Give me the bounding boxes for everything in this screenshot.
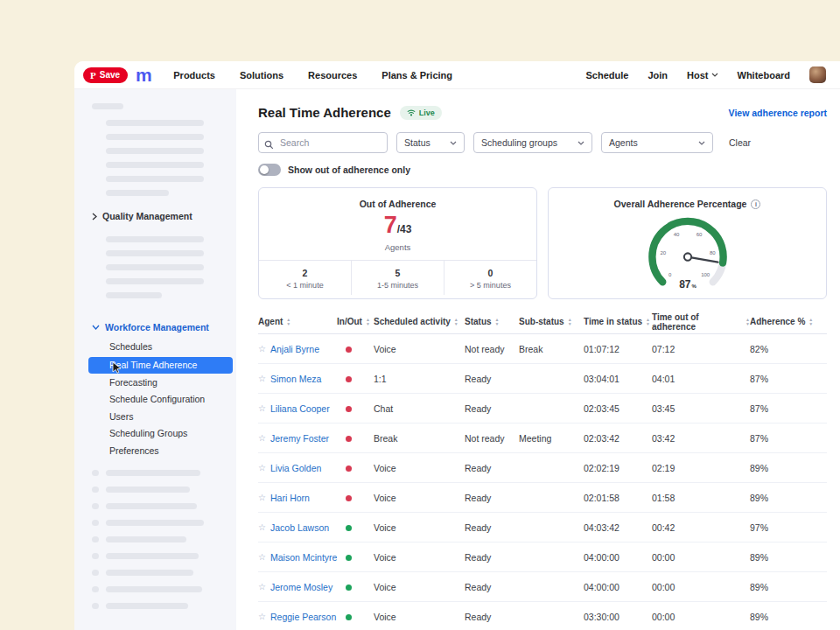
search-input[interactable] (258, 132, 388, 153)
gauge-tick: 80 (709, 250, 715, 256)
main-content: Real Time Adherence Live View adherence … (236, 89, 840, 630)
agent-link[interactable]: Reggie Pearson (270, 612, 336, 622)
column-header-time-out-of-adherence[interactable]: Time out of adherence▲▼ (652, 312, 750, 332)
adherence-cell: 89% (750, 493, 827, 503)
time-in-status-cell: 04:00:00 (584, 552, 652, 563)
nav-products[interactable]: Products (173, 70, 215, 80)
gauge-tick: 0 (668, 272, 672, 277)
star-icon[interactable]: ☆ (258, 344, 266, 354)
sidebar-item-forecasting[interactable]: Forecasting (74, 374, 236, 392)
adherence-gauge: 0 20 40 60 80 100 87% (619, 210, 757, 294)
in-out-status-dot (346, 466, 352, 472)
chevron-down-icon (578, 141, 584, 145)
agents-dropdown[interactable]: Agents (601, 132, 713, 153)
sub-status-cell: Break (519, 344, 584, 354)
agent-link[interactable]: Anjali Byrne (270, 344, 319, 354)
agent-link[interactable]: Jeremy Foster (270, 433, 329, 444)
star-icon[interactable]: ☆ (258, 433, 266, 443)
column-header-scheduled-activity[interactable]: Scheduled activity▲▼ (374, 317, 465, 326)
nav-whiteboard[interactable]: Whiteboard (738, 70, 791, 80)
sidebar-item-workforce-management[interactable]: Workforce Management (74, 319, 236, 335)
nav-schedule[interactable]: Schedule (586, 70, 629, 80)
column-label: Sub-status (519, 317, 564, 326)
sidebar-item-scheduling-groups[interactable]: Scheduling Groups (74, 425, 236, 443)
secondary-nav: Schedule Join Host Whiteboard (586, 66, 826, 83)
app-window: P Save m Products Solutions Resources Pl… (74, 61, 840, 630)
skeleton-bar (106, 148, 204, 154)
sidebar-item-users[interactable]: Users (74, 409, 236, 426)
sidebar-item-schedule-configuration[interactable]: Schedule Configuration (74, 391, 236, 409)
table-row[interactable]: ☆ Liliana Cooper Chat Ready 02:03:45 03:… (258, 394, 827, 424)
agent-link[interactable]: Jerome Mosley (270, 582, 332, 592)
table-row[interactable]: ☆ Jeremy Foster Break Not ready Meeting … (258, 424, 827, 453)
sidebar-item-label: Workforce Management (105, 322, 209, 332)
column-header-in-out[interactable]: In/Out▲▼ (337, 317, 374, 326)
star-icon[interactable]: ☆ (258, 612, 266, 621)
table-row[interactable]: ☆ Livia Golden Voice Ready 02:02:19 02:1… (258, 453, 827, 483)
column-header-time-in-status[interactable]: Time in status▲▼ (584, 317, 652, 326)
scheduling-groups-dropdown[interactable]: Scheduling groups (473, 132, 592, 153)
overall-adherence-card: Overall Adherence Percentage i 0 20 40 6… (548, 187, 827, 299)
skeleton-bar (106, 536, 186, 542)
chevron-down-icon (92, 325, 100, 330)
pinterest-save-label: Save (100, 70, 120, 80)
table-row[interactable]: ☆ Hari Horn Voice Ready 02:01:58 01:58 8… (258, 483, 827, 513)
sidebar-item-real-time-adherence[interactable]: Real Time Adherence (88, 357, 233, 374)
star-icon[interactable]: ☆ (258, 463, 266, 472)
column-header-adherence[interactable]: Adherence %▲▼ (750, 317, 827, 326)
user-avatar[interactable] (809, 66, 826, 83)
time-out-of-adherence-cell: 00:00 (652, 582, 750, 592)
brand-logo[interactable]: m (136, 66, 150, 84)
out-of-adherence-card: Out of Adherence 7/43 Agents 2 < 1 minut… (258, 187, 537, 299)
mouse-cursor (112, 361, 122, 374)
sidebar: Quality Management Workforce Management … (74, 89, 236, 630)
status-dropdown[interactable]: Status (396, 132, 465, 153)
nav-join[interactable]: Join (648, 70, 668, 80)
table-row[interactable]: ☆ Reggie Pearson Voice Ready 03:30:00 00… (258, 602, 827, 630)
scheduled-activity-cell: Voice (374, 463, 465, 473)
status-cell: Ready (465, 612, 519, 622)
nav-solutions[interactable]: Solutions (240, 70, 284, 80)
table-row[interactable]: ☆ Anjali Byrne Voice Not ready Break 01:… (258, 334, 827, 364)
column-header-agent[interactable]: Agent▲▼ (258, 317, 337, 326)
column-header-status[interactable]: Status▲▼ (465, 317, 519, 326)
table-row[interactable]: ☆ Simon Meza 1:1 Ready 03:04:01 04:01 87… (258, 364, 827, 394)
star-icon[interactable]: ☆ (258, 552, 266, 562)
table-row[interactable]: ☆ Jacob Lawson Voice Ready 04:03:42 00:4… (258, 513, 827, 542)
sidebar-item-schedules[interactable]: Schedules (74, 339, 236, 356)
agent-link[interactable]: Hari Horn (270, 493, 310, 503)
skeleton-bar (106, 264, 204, 270)
star-icon[interactable]: ☆ (258, 522, 266, 532)
table-row[interactable]: ☆ Jerome Mosley Voice Ready 04:00:00 00:… (258, 572, 827, 602)
table-row[interactable]: ☆ Maison Mcintyre Voice Ready 04:00:00 0… (258, 542, 827, 572)
nav-plans-pricing[interactable]: Plans & Pricing (382, 70, 452, 80)
agent-link[interactable]: Liliana Cooper (270, 403, 330, 414)
agent-link[interactable]: Maison Mcintyre (270, 552, 337, 563)
filter-bar: Status Scheduling groups Agents Clear (258, 132, 827, 153)
view-adherence-report-link[interactable]: View adherence report (729, 108, 827, 118)
agent-link[interactable]: Simon Meza (270, 374, 321, 384)
agent-link[interactable]: Livia Golden (270, 463, 321, 473)
nav-resources[interactable]: Resources (308, 70, 357, 80)
column-header-sub-status[interactable]: Sub-status▲▼ (519, 317, 584, 326)
column-label: Agent (258, 317, 283, 326)
agent-link[interactable]: Jacob Lawson (270, 522, 329, 533)
time-in-status-cell: 04:03:42 (584, 522, 652, 533)
skeleton-bar (106, 250, 204, 256)
pinterest-save-button[interactable]: P Save (83, 67, 128, 83)
star-icon[interactable]: ☆ (258, 403, 266, 413)
sidebar-item-preferences[interactable]: Preferences (74, 443, 236, 460)
status-cell: Not ready (465, 344, 519, 354)
skeleton-bar (106, 190, 169, 196)
adherence-cell: 82% (750, 344, 827, 354)
time-out-of-adherence-cell: 07:12 (652, 344, 750, 354)
nav-host[interactable]: Host (687, 70, 718, 80)
chevron-down-icon (698, 141, 705, 145)
show-out-of-adherence-toggle[interactable] (258, 164, 281, 176)
star-icon[interactable]: ☆ (258, 582, 266, 592)
star-icon[interactable]: ☆ (258, 493, 266, 502)
clear-filters-link[interactable]: Clear (729, 137, 751, 148)
sidebar-item-quality-management[interactable]: Quality Management (74, 208, 236, 224)
star-icon[interactable]: ☆ (258, 374, 266, 383)
info-icon[interactable]: i (751, 200, 760, 209)
